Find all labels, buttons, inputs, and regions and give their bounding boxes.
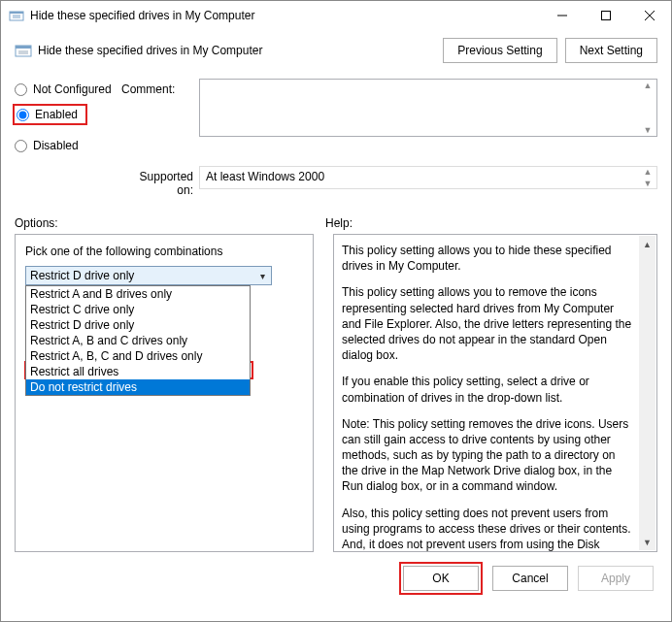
combo-dropdown: Restrict A and B drives only Restrict C … — [25, 285, 251, 396]
radio-label: Not Configured — [33, 82, 112, 96]
previous-setting-button[interactable]: Previous Setting — [443, 38, 556, 63]
help-paragraph: Note: This policy setting removes the dr… — [342, 416, 633, 495]
scroll-up-icon: ▲ — [640, 167, 655, 177]
scroll-up-icon: ▲ — [640, 81, 655, 90]
options-panel: Pick one of the following combinations R… — [15, 234, 314, 552]
combo-item[interactable]: Restrict A and B drives only — [26, 286, 250, 302]
radio-not-configured[interactable]: Not Configured — [15, 82, 121, 96]
combo-item[interactable]: Restrict D drive only — [26, 317, 250, 333]
combo-item-highlighted[interactable]: Do not restrict drives — [26, 379, 250, 395]
scroll-up-icon[interactable]: ▲ — [639, 236, 655, 252]
window-title: Hide these specified drives in My Comput… — [30, 9, 540, 22]
apply-button: Apply — [578, 566, 654, 591]
supported-value: At least Windows 2000 — [206, 170, 324, 183]
footer-buttons: OK Cancel Apply — [1, 552, 671, 605]
svg-rect-4 — [16, 46, 31, 49]
svg-rect-2 — [601, 12, 610, 20]
panels-row: Pick one of the following combinations R… — [1, 234, 671, 552]
cancel-button[interactable]: Cancel — [492, 566, 568, 591]
help-paragraph: This policy setting allows you to hide t… — [342, 243, 633, 274]
policy-title: Hide these specified drives in My Comput… — [38, 44, 435, 57]
combo-selected: Restrict D drive only — [30, 269, 134, 282]
combo-label: Pick one of the following combinations — [25, 245, 303, 258]
scrollbar[interactable]: ▲ ▼ — [639, 236, 655, 550]
radio-disabled[interactable]: Disabled — [15, 139, 121, 152]
annotation-highlight: OK — [399, 562, 483, 595]
comment-textarea[interactable]: ▲ ▼ — [199, 79, 657, 137]
radio-label: Enabled — [35, 108, 78, 121]
supported-value-box: At least Windows 2000 ▲ ▼ — [199, 166, 657, 189]
window-icon — [9, 8, 24, 23]
radio-enabled[interactable]: Enabled — [13, 104, 87, 125]
svg-rect-1 — [10, 12, 23, 14]
section-labels: Options: Help: — [1, 207, 671, 234]
scroll-down-icon[interactable]: ▼ — [639, 534, 655, 550]
header-row: Hide these specified drives in My Comput… — [1, 30, 671, 73]
help-label: Help: — [325, 216, 657, 230]
combo-item[interactable]: Restrict all drives — [26, 364, 250, 379]
close-button[interactable] — [627, 1, 671, 30]
help-paragraph: Also, this policy setting does not preve… — [342, 506, 633, 552]
supported-label: Supported on: — [121, 166, 199, 197]
maximize-button[interactable] — [584, 1, 627, 30]
chevron-down-icon: ▾ — [258, 271, 267, 281]
combo-item[interactable]: Restrict A, B, C and D drives only — [26, 348, 250, 364]
radio-label: Disabled — [33, 139, 79, 152]
combo-item[interactable]: Restrict A, B and C drives only — [26, 333, 250, 348]
ok-button[interactable]: OK — [403, 566, 479, 591]
comment-label: Comment: — [121, 79, 199, 160]
help-paragraph: This policy setting allows you to remove… — [342, 284, 633, 363]
options-label: Options: — [15, 216, 325, 230]
next-setting-button[interactable]: Next Setting — [565, 38, 657, 63]
supported-row: Supported on: At least Windows 2000 ▲ ▼ — [1, 160, 671, 207]
help-paragraph: If you enable this policy setting, selec… — [342, 374, 633, 405]
combo-select[interactable]: Restrict D drive only ▾ — [25, 266, 272, 285]
scroll-down-icon: ▼ — [640, 179, 655, 188]
policy-icon — [15, 42, 32, 59]
minimize-button[interactable] — [540, 1, 584, 30]
help-panel: This policy setting allows you to hide t… — [333, 234, 657, 552]
title-bar: Hide these specified drives in My Comput… — [1, 1, 671, 30]
scroll-down-icon: ▼ — [640, 125, 655, 135]
config-area: Not Configured Enabled Disabled Comment:… — [1, 73, 671, 160]
combo-item[interactable]: Restrict C drive only — [26, 302, 250, 317]
